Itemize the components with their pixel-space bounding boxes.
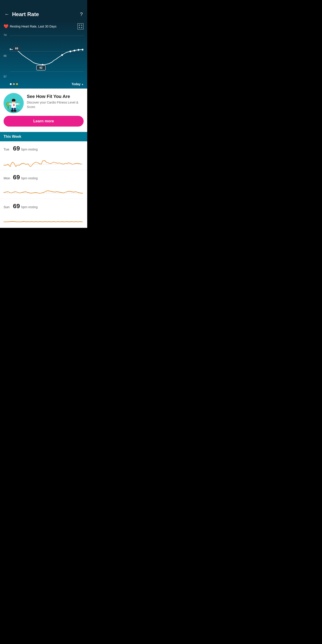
- fitness-card: + See How Fit You Are Discover your Card…: [0, 88, 87, 132]
- day-header-sun: Sun 69 bpm resting: [4, 202, 84, 210]
- y-label-66: 66: [4, 54, 6, 58]
- this-week-title: This Week: [4, 134, 21, 138]
- svg-point-31: [18, 103, 20, 105]
- today-label: Today ▲: [72, 82, 84, 86]
- y-label-74: 74: [4, 34, 6, 37]
- svg-point-3: [10, 48, 11, 50]
- day-header-tue: Tue 69 bpm resting: [4, 145, 84, 152]
- day-header-mon: Mon 69 bpm resting: [4, 174, 84, 181]
- page-title: Heart Rate: [12, 11, 80, 18]
- dot-1[interactable]: [10, 83, 12, 85]
- dot-3[interactable]: [16, 83, 18, 85]
- chart-subtitle: Resting Heart Rate, Last 30 Days: [10, 24, 56, 28]
- chart-bottom: Today ▲: [4, 80, 84, 88]
- chart-dots: [10, 83, 18, 85]
- day-bpm-unit-sun: bpm resting: [21, 205, 38, 209]
- svg-text:+: +: [8, 104, 9, 105]
- this-week-header: This Week: [0, 132, 87, 141]
- back-button[interactable]: ←: [4, 12, 10, 17]
- svg-point-7: [74, 50, 75, 52]
- fitness-title: See How Fit You Are: [27, 94, 84, 99]
- svg-point-9: [82, 49, 84, 50]
- heart-icon: ❤️: [4, 24, 8, 29]
- svg-point-27: [14, 110, 16, 112]
- day-bpm-tue: 69: [13, 145, 20, 152]
- day-bpm-sun: 69: [13, 202, 20, 210]
- svg-text:62: 62: [40, 66, 42, 70]
- day-bpm-mon: 69: [13, 174, 20, 181]
- svg-point-6: [70, 50, 71, 52]
- expand-icon[interactable]: [77, 23, 84, 30]
- chart-label-left: ❤️ Resting Heart Rate, Last 30 Days: [4, 24, 56, 29]
- fitness-desc: Discover your Cardio Fitness Level & Sco…: [27, 100, 84, 109]
- y-axis-labels: 74 66 57: [4, 31, 6, 80]
- svg-rect-23: [12, 100, 16, 102]
- today-arrow-icon: ▲: [82, 83, 84, 86]
- dot-2[interactable]: [13, 83, 15, 85]
- svg-point-8: [78, 49, 79, 51]
- day-bpm-unit-tue: bpm resting: [21, 148, 38, 151]
- svg-marker-15: [46, 67, 47, 69]
- chart-section: ❤️ Resting Heart Rate, Last 30 Days 74 6…: [0, 21, 87, 88]
- day-chart-sun: [4, 212, 84, 228]
- fitness-info: See How Fit You Are Discover your Cardio…: [27, 93, 84, 109]
- day-chart-mon: [4, 183, 84, 199]
- fitness-card-row: + See How Fit You Are Discover your Card…: [4, 93, 84, 113]
- learn-more-button[interactable]: Learn more: [4, 116, 84, 126]
- day-row-sun: Sun 69 bpm resting: [0, 199, 87, 228]
- day-row-mon: Mon 69 bpm resting: [0, 170, 87, 199]
- svg-text:69: 69: [15, 47, 18, 50]
- chart-container: 74 66 57 6: [4, 31, 84, 80]
- y-label-57: 57: [4, 75, 6, 78]
- day-chart-tue: [4, 154, 84, 170]
- day-row-tue: Tue 69 bpm resting: [0, 141, 87, 170]
- chart-area: 69 62: [10, 31, 84, 80]
- help-button[interactable]: ?: [80, 12, 83, 17]
- fitness-avatar: +: [4, 93, 24, 113]
- chart-label-row: ❤️ Resting Heart Rate, Last 30 Days: [4, 23, 84, 30]
- svg-point-26: [11, 110, 14, 112]
- day-bpm-unit-mon: bpm resting: [21, 176, 38, 180]
- header: ← Heart Rate ?: [0, 0, 87, 21]
- day-rows-container: Tue 69 bpm resting Mon 69 bpm resting: [0, 141, 87, 228]
- day-label-sun: Sun: [4, 205, 12, 209]
- day-label-mon: Mon: [4, 176, 12, 180]
- day-label-tue: Tue: [4, 147, 12, 151]
- svg-point-5: [61, 54, 63, 56]
